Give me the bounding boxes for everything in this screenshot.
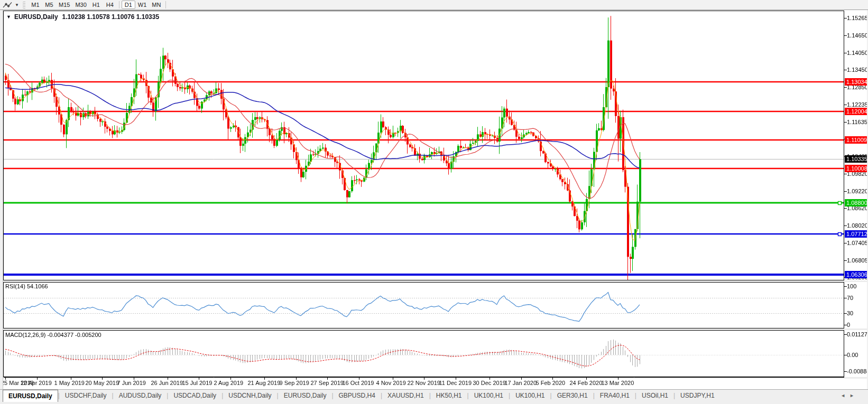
macd-indicator-label: MACD(12,26,9) -0.004377 -0.005200	[5, 332, 101, 338]
tool-dropdown-caret[interactable]: ▼	[13, 3, 21, 7]
date-axis-label: 20 May 2019	[86, 380, 119, 387]
chart-tab-usdjpy-h1[interactable]: USDJPY,H1	[675, 390, 719, 401]
timeframe-button-w1[interactable]: W1	[135, 1, 150, 9]
chart-title: ▼EURUSD,Daily1.10238 1.10578 1.10076 1.1…	[6, 13, 159, 21]
date-axis-label: 11 Dec 2019	[439, 380, 472, 387]
level-price-tag[interactable]: 1.07712	[845, 230, 868, 238]
chart-tab-usdcad-daily[interactable]: USDCAD,Daily	[168, 390, 221, 401]
chart-tab-usdcnh-daily[interactable]: USDCNH,Daily	[223, 390, 276, 401]
date-axis-label: 9 Sep 2019	[280, 380, 309, 387]
window-left-edge	[0, 10, 3, 404]
chart-canvas[interactable]	[0, 0, 868, 404]
date-axis-label: 17 Jan 2020	[505, 380, 537, 387]
timeframe-button-m5[interactable]: M5	[42, 1, 56, 9]
date-axis-label: 21 Aug 2019	[248, 380, 281, 387]
timeframe-button-m30[interactable]: M30	[72, 1, 89, 9]
level-price-tag[interactable]: 1.06306	[845, 271, 868, 278]
date-axis-label: 24 Feb 2020	[570, 380, 603, 387]
date-axis-label: 22 Nov 2019	[408, 380, 440, 387]
chart-tab-xauusd-h1[interactable]: XAUUSD,H1	[382, 390, 429, 401]
toolbar-separator	[165, 1, 166, 8]
chart-tab-uk100-h1[interactable]: UK100,H1	[469, 390, 509, 401]
macd-axis-tick: -0.008845	[847, 368, 868, 375]
date-axis-label: 27 Sep 2019	[311, 380, 344, 387]
date-axis-label: 30 Dec 2019	[473, 380, 506, 387]
ohlc-values: 1.10238 1.10578 1.10076 1.10335	[62, 13, 160, 21]
timeframe-button-mn[interactable]: MN	[149, 1, 163, 9]
chart-tab-uk100-h1[interactable]: UK100,H1	[510, 390, 550, 401]
tab-scroll-arrows[interactable]: ◄►	[841, 393, 858, 398]
crosshair-tool-icon[interactable]	[2, 1, 13, 9]
timeframe-button-h1[interactable]: H1	[89, 1, 103, 9]
date-axis-label: 5 Feb 2020	[536, 380, 566, 387]
rsi-indicator-label: RSI(14) 54.1066	[5, 283, 48, 289]
chart-tab-hk50-h1[interactable]: HK50,H1	[431, 390, 467, 401]
date-axis-label: 26 Jun 2019	[151, 380, 183, 387]
timeframe-toolbar: ▼ M1M5M15M30H1H4D1W1MN	[0, 0, 868, 10]
chart-tab-usoil-h1[interactable]: USOil,H1	[636, 390, 673, 401]
level-price-tag[interactable]: 1.10008	[845, 165, 868, 172]
toolbar-grip	[23, 2, 25, 8]
current-price-tag: 1.10335	[845, 155, 868, 163]
price-axis-tick: 1.09220	[847, 188, 868, 195]
rsi-axis-tick: 100	[847, 283, 856, 290]
price-axis-tick: 1.08020	[847, 222, 868, 229]
toolbar-separator	[119, 1, 119, 8]
price-axis-tick: 1.13450	[847, 67, 868, 73]
chart-tab-bar: EURUSD,Daily|USDCHF,Daily|AUDUSD,Daily|U…	[0, 389, 868, 404]
chart-tab-gbpusd-h4[interactable]: GBPUSD,H4	[334, 390, 381, 401]
date-axis-label: 12 Apr 2019	[21, 380, 52, 387]
chart-tab-fra40-h1[interactable]: FRA40,H1	[595, 390, 635, 401]
timeframe-button-h4[interactable]: H4	[103, 1, 117, 9]
chart-tab-eurusd-daily[interactable]: EURUSD,Daily	[3, 390, 58, 402]
date-axis-label: 15 Jul 2019	[182, 380, 213, 387]
date-axis-label: 2 Aug 2019	[214, 380, 244, 387]
price-axis-tick: 1.11635	[847, 119, 867, 126]
chart-tab-eurusd-daily[interactable]: EURUSD,Daily	[279, 390, 332, 401]
timeframe-buttons: M1M5M15M30H1H4D1W1MN	[29, 1, 168, 9]
chart-tab-audusd-daily[interactable]: AUDUSD,Daily	[114, 390, 167, 401]
level-price-tag[interactable]: 1.11009	[845, 136, 868, 144]
date-axis-label: 1 May 2019	[54, 380, 85, 387]
macd-axis-tick: 0.00	[847, 352, 858, 359]
date-axis-label: 4 Nov 2019	[376, 380, 406, 387]
rsi-axis-tick: 0	[847, 322, 850, 328]
price-axis-tick: 1.14650	[847, 32, 868, 39]
rsi-axis-tick: 30	[847, 310, 853, 317]
mt4-window: ▼ M1M5M15M30H1H4D1W1MN ▼EURUSD,Daily1.10…	[0, 0, 868, 404]
price-axis-tick: 1.15265	[847, 15, 868, 22]
tab-scroll-right-icon: ►	[849, 393, 858, 398]
date-axis-label: 7 Jun 2019	[117, 380, 146, 387]
chart-tab-usdchf-daily[interactable]: USDCHF,Daily	[60, 390, 112, 401]
price-axis-tick: 1.06805	[847, 257, 868, 264]
timeframe-button-d1[interactable]: D1	[122, 1, 135, 9]
chart-tab-ger30-h1[interactable]: GER30,H1	[552, 390, 593, 401]
price-axis-tick: 1.07405	[847, 240, 868, 247]
rsi-axis-tick: 70	[847, 295, 853, 302]
level-price-tag[interactable]: 1.13034	[845, 78, 868, 86]
timeframe-button-m1[interactable]: M1	[29, 1, 42, 9]
macd-axis-tick: 0.011277	[847, 331, 868, 338]
chart-dropdown-icon[interactable]: ▼	[6, 14, 11, 20]
timeframe-button-m15[interactable]: M15	[56, 1, 72, 9]
date-axis-label: 16 Oct 2019	[343, 380, 374, 387]
price-axis-tick: 1.14050	[847, 50, 868, 57]
date-axis-label: 13 Mar 2020	[602, 380, 634, 387]
level-price-tag[interactable]: 1.08800	[845, 199, 868, 206]
level-price-tag[interactable]: 1.12004	[845, 108, 868, 115]
tab-scroll-left-icon: ◄	[841, 393, 849, 398]
symbol-period-label: EURUSD,Daily	[14, 13, 58, 21]
